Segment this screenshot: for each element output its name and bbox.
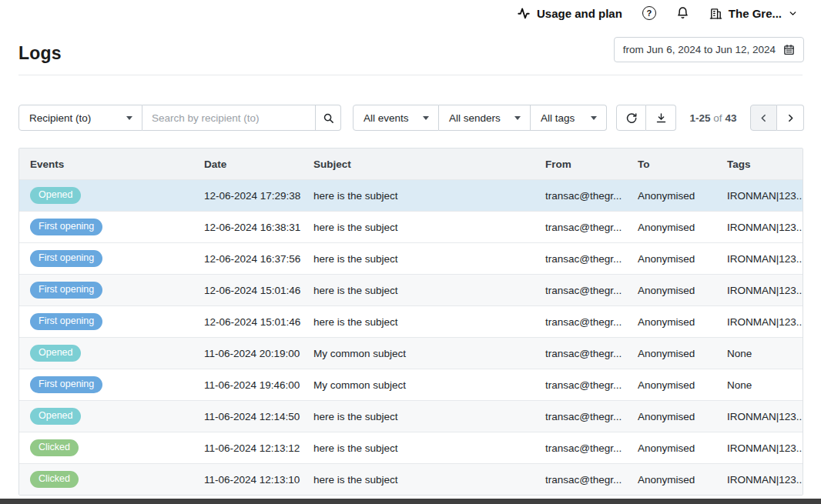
column-header-date: Date xyxy=(203,159,312,170)
event-badge: Opened xyxy=(30,187,81,204)
help-button[interactable]: ? xyxy=(642,6,656,20)
row-tags: IRONMAN|123... xyxy=(725,474,803,486)
column-header-from: From xyxy=(544,159,636,170)
row-from: transac@thegr... xyxy=(544,253,636,265)
row-subject: here is the subject xyxy=(312,411,544,422)
search-icon xyxy=(323,112,334,124)
row-subject: My common subject xyxy=(312,348,544,359)
row-from: transac@thegr... xyxy=(544,316,636,328)
row-subject: here is the subject xyxy=(312,474,544,486)
events-filter-label: All events xyxy=(364,112,409,124)
table-header: Events Date Subject From To Tags xyxy=(19,149,803,179)
refresh-button[interactable] xyxy=(616,105,646,131)
pagination-of: of xyxy=(713,112,722,124)
row-subject: here is the subject xyxy=(312,316,544,328)
row-from: transac@thegr... xyxy=(544,222,636,233)
table-row[interactable]: First opening 12-06-2024 16:37:56 here i… xyxy=(19,242,803,274)
event-badge: Clicked xyxy=(30,471,79,488)
search-field-selector[interactable]: Recipient (to) xyxy=(18,105,142,131)
activity-icon xyxy=(517,6,531,20)
org-name: The Gre... xyxy=(729,7,782,20)
column-header-to: To xyxy=(636,159,725,170)
row-subject: here is the subject xyxy=(312,442,544,454)
row-to: Anonymised xyxy=(636,190,725,202)
event-badge: First opening xyxy=(30,313,102,330)
column-header-tags: Tags xyxy=(725,159,803,170)
row-date: 11-06-2024 19:46:00 xyxy=(203,379,312,391)
row-date: 12-06-2024 15:01:46 xyxy=(203,316,312,328)
table-row[interactable]: First opening 12-06-2024 16:38:31 here i… xyxy=(19,211,803,242)
senders-filter[interactable]: All senders xyxy=(439,105,531,131)
row-subject: here is the subject xyxy=(312,190,544,202)
row-tags: IRONMAN|123... xyxy=(725,190,803,202)
search-field-label: Recipient (to) xyxy=(29,112,91,124)
row-tags: IRONMAN|123... xyxy=(725,285,803,296)
table-row[interactable]: Opened 11-06-2024 12:14:50 here is the s… xyxy=(19,400,803,432)
title-row: Logs from Jun 6, 2024 to Jun 12, 2024 xyxy=(0,23,821,64)
row-from: transac@thegr... xyxy=(544,442,636,454)
pagination-status: 1-25 of 43 xyxy=(676,112,750,124)
caret-down-icon xyxy=(423,116,429,120)
search-input[interactable]: Search by recipient (to) xyxy=(142,105,316,131)
table-row[interactable]: First opening 12-06-2024 15:01:46 here i… xyxy=(19,274,803,305)
row-subject: here is the subject xyxy=(312,285,544,296)
row-tags: IRONMAN|123... xyxy=(725,222,803,233)
building-icon xyxy=(709,7,722,20)
row-date: 12-06-2024 15:01:46 xyxy=(203,285,312,296)
previous-page-button[interactable] xyxy=(750,105,777,131)
column-header-subject: Subject xyxy=(312,159,544,170)
event-badge: First opening xyxy=(30,250,102,267)
bell-icon xyxy=(676,6,689,20)
logs-page: Usage and plan ? The Gre... Logs from Ju… xyxy=(0,0,821,504)
date-range-picker[interactable]: from Jun 6, 2024 to Jun 12, 2024 xyxy=(614,37,804,62)
org-switcher[interactable]: The Gre... xyxy=(709,7,798,20)
tags-filter-label: All tags xyxy=(541,112,575,124)
row-subject: here is the subject xyxy=(312,222,544,233)
table-row[interactable]: Clicked 11-06-2024 12:13:12 here is the … xyxy=(19,432,803,463)
event-badge: First opening xyxy=(30,282,102,299)
row-date: 12-06-2024 16:37:56 xyxy=(203,253,312,265)
next-page-button[interactable] xyxy=(777,105,804,131)
column-header-events: Events xyxy=(19,159,203,170)
row-to: Anonymised xyxy=(636,348,725,359)
download-icon xyxy=(655,112,667,124)
events-filter[interactable]: All events xyxy=(353,105,439,131)
table-row[interactable]: First opening 11-06-2024 19:46:00 My com… xyxy=(19,369,803,400)
usage-and-plan-label: Usage and plan xyxy=(537,7,622,20)
row-date: 11-06-2024 20:19:00 xyxy=(203,348,312,359)
usage-and-plan-link[interactable]: Usage and plan xyxy=(517,6,622,20)
row-from: transac@thegr... xyxy=(544,348,636,359)
pagination-range: 1-25 xyxy=(690,112,711,124)
tags-filter[interactable]: All tags xyxy=(531,105,607,131)
table-actions xyxy=(616,105,676,131)
row-from: transac@thegr... xyxy=(544,379,636,391)
row-tags: IRONMAN|123... xyxy=(725,411,803,422)
table-row[interactable]: Clicked 11-06-2024 12:13:10 here is the … xyxy=(19,463,803,495)
table-row[interactable]: Opened 12-06-2024 17:29:38 here is the s… xyxy=(19,179,803,211)
row-from: transac@thegr... xyxy=(544,474,636,486)
row-from: transac@thegr... xyxy=(544,285,636,296)
refresh-icon xyxy=(625,112,637,124)
event-badge: Opened xyxy=(30,345,81,362)
row-to: Anonymised xyxy=(636,442,725,454)
row-to: Anonymised xyxy=(636,411,725,422)
row-to: Anonymised xyxy=(636,316,725,328)
caret-down-icon xyxy=(514,116,521,120)
row-tags: IRONMAN|123... xyxy=(725,442,803,454)
table-row[interactable]: First opening 12-06-2024 15:01:46 here i… xyxy=(19,305,803,337)
pager xyxy=(750,105,804,131)
event-badge: Opened xyxy=(30,408,81,425)
notifications-button[interactable] xyxy=(676,6,689,20)
download-button[interactable] xyxy=(646,105,676,131)
title-divider xyxy=(18,75,803,75)
row-date: 11-06-2024 12:13:12 xyxy=(203,442,312,454)
table-row[interactable]: Opened 11-06-2024 20:19:00 My common sub… xyxy=(19,337,803,369)
page-title: Logs xyxy=(18,37,62,64)
row-tags: IRONMAN|123... xyxy=(725,253,803,265)
row-date: 11-06-2024 12:14:50 xyxy=(203,411,312,422)
row-date: 12-06-2024 17:29:38 xyxy=(203,190,312,202)
logs-table: Events Date Subject From To Tags Opened … xyxy=(18,148,803,496)
topbar: Usage and plan ? The Gre... xyxy=(0,0,821,23)
search-button[interactable] xyxy=(316,105,341,131)
row-date: 12-06-2024 16:38:31 xyxy=(203,222,312,233)
